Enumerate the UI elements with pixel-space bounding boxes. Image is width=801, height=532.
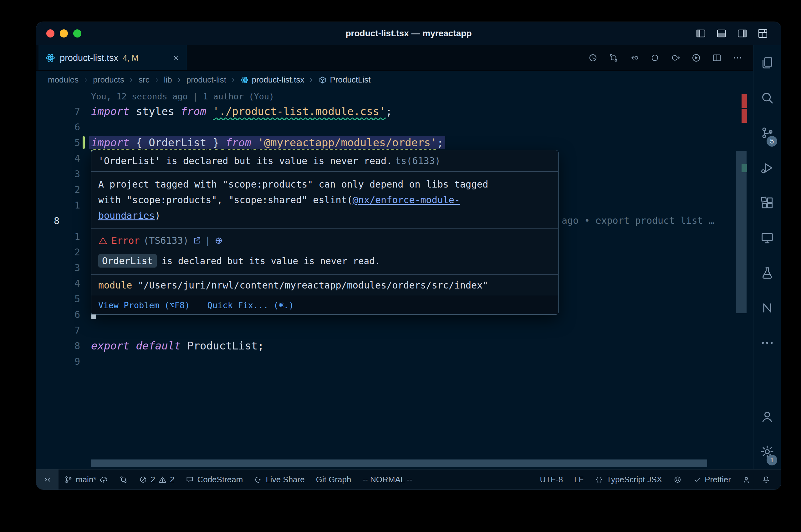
status-problems[interactable]: 22 [133, 470, 180, 490]
timeline-button[interactable] [588, 53, 598, 63]
split-editor-button[interactable] [712, 53, 722, 63]
status-label: Live Share [266, 475, 305, 484]
code-line[interactable]: 5import { OrderList } from '@myreactapp/… [36, 135, 753, 150]
activity-item-extensions[interactable] [753, 185, 781, 220]
more-actions-button[interactable] [732, 53, 743, 63]
activity-item-run-debug[interactable] [753, 150, 781, 185]
code-editor[interactable]: You, 12 seconds ago | 1 author (You) 7im… [36, 89, 753, 469]
zoom-button[interactable] [73, 30, 81, 38]
line-number: 5 [54, 137, 80, 148]
code-token: '@myreactapp/modules/orders' [257, 136, 437, 149]
open-on-remote-button[interactable] [671, 53, 680, 63]
window-title: product-list.tsx — myreactapp [346, 28, 472, 38]
activity-badge: 1 [767, 455, 777, 466]
code-line[interactable]: 6 [36, 119, 753, 135]
breadcrumb-item-productlist[interactable]: ProductList [318, 75, 370, 85]
status-language-mode[interactable]: TypeScript JSX [589, 470, 668, 490]
breadcrumb-item-products[interactable]: products [93, 75, 124, 85]
status-feedback[interactable] [668, 470, 688, 490]
code-token: styles [136, 105, 174, 117]
gutter-decoration [80, 228, 91, 244]
breadcrumb-separator-icon [176, 77, 183, 83]
activity-item-more-views[interactable] [753, 325, 781, 360]
panel-right-button[interactable] [736, 28, 748, 39]
line-number: 8 [54, 215, 80, 226]
status-accounts-status[interactable] [736, 470, 756, 490]
titlebar[interactable]: product-list.tsx — myreactapp [36, 22, 781, 45]
line-number: 4 [54, 153, 80, 164]
minimize-button[interactable] [60, 30, 68, 38]
activity-item-search[interactable] [753, 80, 781, 115]
activity-item-source-control[interactable]: 5 [753, 115, 781, 150]
chevron-right-icon [128, 77, 135, 83]
globe-icon[interactable] [214, 236, 223, 245]
symbol-box-icon [318, 76, 327, 84]
breadcrumb-item-product-list-tsx[interactable]: product-list.tsx [241, 75, 305, 85]
status-remote-indicator[interactable] [36, 470, 58, 490]
vertical-scrollbar[interactable] [736, 151, 747, 313]
gitlens-blame-lens[interactable]: You, 12 seconds ago | 1 author (You) [91, 92, 274, 101]
breadcrumb-label: modules [48, 75, 78, 85]
quick-fix-link[interactable]: Quick Fix... (⌘.) [207, 300, 294, 310]
code-line[interactable]: 7 [36, 322, 753, 338]
status-vim-mode[interactable]: -- NORMAL -- [357, 470, 418, 490]
status-git-branch[interactable]: main* [58, 470, 113, 490]
gutter-decoration [80, 197, 91, 213]
code-token [142, 136, 149, 149]
breadcrumb-item-src[interactable]: src [139, 75, 149, 85]
remote-explorer-icon [760, 231, 775, 245]
status-encoding[interactable]: UTF-8 [534, 470, 568, 490]
activity-item-settings[interactable]: 1 [753, 434, 781, 469]
code-line[interactable]: 9 [36, 354, 753, 369]
layout-button[interactable] [757, 28, 768, 39]
blame-annotate-button[interactable] [650, 53, 660, 63]
status-git-compare[interactable] [113, 470, 133, 490]
breadcrumb: modulesproductssrclibproduct-listproduct… [36, 71, 753, 89]
status-eol[interactable]: LF [568, 470, 589, 490]
error-label: Error [111, 235, 140, 246]
code-line[interactable]: 7import styles from './product-list.modu… [36, 103, 753, 119]
activity-item-testing[interactable] [753, 255, 781, 290]
activity-item-remote-explorer[interactable] [753, 220, 781, 255]
breadcrumb-item-modules[interactable]: modules [48, 75, 78, 85]
tab-product-list[interactable]: product-list.tsx 4, M [38, 45, 187, 70]
run-file-button[interactable] [691, 53, 701, 63]
external-link-icon[interactable] [193, 236, 201, 245]
code-token [206, 105, 213, 117]
chevron-right-icon [230, 77, 237, 83]
tab-close-button[interactable] [172, 54, 180, 62]
code-text: import styles from './product-list.modul… [89, 105, 394, 118]
status-notifications[interactable] [756, 470, 776, 490]
status-prettier[interactable]: Prettier [688, 470, 736, 490]
status-label: -- NORMAL -- [362, 475, 412, 484]
check-icon [693, 475, 702, 484]
panel-bottom-button[interactable] [716, 28, 727, 39]
hover-resize-handle[interactable] [91, 314, 96, 320]
compare-changes-button[interactable] [608, 53, 619, 63]
status-git-graph[interactable]: Git Graph [310, 470, 357, 490]
activity-item-accounts[interactable] [753, 399, 781, 434]
open-changes-button[interactable] [629, 53, 639, 63]
activity-item-nx-console[interactable] [753, 290, 781, 325]
status-label: 2 [170, 475, 174, 484]
compare-icon [608, 53, 619, 63]
horizontal-scrollbar[interactable] [91, 459, 707, 467]
line-number: 3 [54, 169, 80, 179]
close-button[interactable] [46, 30, 54, 38]
status-bar: main*22CodeStreamLive ShareGit Graph-- N… [36, 469, 781, 490]
status-codestream[interactable]: CodeStream [180, 470, 249, 490]
breadcrumb-item-lib[interactable]: lib [164, 75, 172, 85]
timeline-icon [588, 53, 598, 63]
gutter-decoration [80, 213, 91, 228]
code-token: import [91, 136, 129, 149]
diagnostic-eslint: A project tagged with "scope:products" c… [91, 172, 558, 229]
activity-item-explorer[interactable] [753, 45, 781, 80]
gutter-decoration [80, 276, 91, 291]
status-live-share[interactable]: Live Share [249, 470, 310, 490]
ellipsis-icon [760, 336, 775, 350]
code-line[interactable]: 8export default ProductList; [36, 338, 753, 354]
breadcrumb-item-product-list[interactable]: product-list [186, 75, 226, 85]
open-changes-icon [629, 53, 639, 63]
panel-left-button[interactable] [695, 28, 707, 39]
view-problem-link[interactable]: View Problem (⌥F8) [98, 300, 190, 310]
